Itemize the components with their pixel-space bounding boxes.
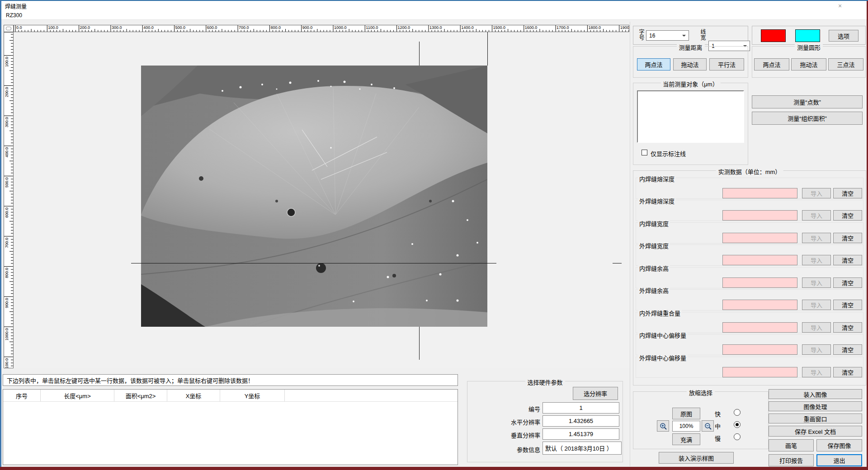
v-resolution-field[interactable]: 1.451379 xyxy=(542,428,619,440)
svg-text:1000.0: 1000.0 xyxy=(334,25,347,30)
speed-medium-radio[interactable] xyxy=(734,421,741,428)
font-size-value: 16 xyxy=(649,33,655,39)
measured-value-field[interactable] xyxy=(722,322,797,333)
hardware-params-title: 选择硬件参数 xyxy=(525,378,565,386)
clear-button[interactable]: 清空 xyxy=(833,322,862,333)
svg-text:900.0: 900.0 xyxy=(5,298,9,308)
measured-value-field[interactable] xyxy=(722,210,797,221)
options-button[interactable]: 选项 xyxy=(829,30,859,42)
speed-slow-label: 慢 xyxy=(715,434,721,442)
clear-button[interactable]: 清空 xyxy=(833,188,862,198)
clear-button[interactable]: 清空 xyxy=(833,233,862,243)
redraw-window-button[interactable]: 重画窗口 xyxy=(769,414,862,423)
select-resolution-button[interactable]: 选分辨率 xyxy=(573,387,618,400)
import-button[interactable]: 导入 xyxy=(802,344,831,355)
import-button[interactable]: 导入 xyxy=(802,188,831,198)
col-length[interactable]: 长度<μm> xyxy=(41,390,114,401)
clear-button[interactable]: 清空 xyxy=(833,255,862,265)
col-x[interactable]: X坐标 xyxy=(167,390,220,401)
import-button[interactable]: 导入 xyxy=(802,210,831,221)
svg-text:900.0: 900.0 xyxy=(302,25,313,30)
svg-text:1200.0: 1200.0 xyxy=(398,25,410,30)
import-button[interactable]: 导入 xyxy=(802,255,831,265)
process-image-button[interactable]: 图像处理 xyxy=(769,401,862,411)
speed-slow-radio[interactable] xyxy=(734,433,741,440)
import-button[interactable]: 导入 xyxy=(802,233,831,243)
load-demo-button[interactable]: 装入演示样图 xyxy=(659,452,734,464)
clear-button[interactable]: 清空 xyxy=(833,300,862,310)
serial-field[interactable]: 1 xyxy=(542,402,619,414)
h-resolution-label: 水平分辨率 xyxy=(500,418,540,426)
measured-row: 内焊缝熔深度 导入 清空 xyxy=(636,178,863,199)
circle-drag-button[interactable]: 拖动法 xyxy=(791,58,826,70)
save-image-button[interactable]: 保存图像 xyxy=(816,439,862,451)
measured-row: 内焊缝中心偏移量 导入 清空 xyxy=(636,334,863,355)
close-icon[interactable]: × xyxy=(832,1,848,11)
col-area[interactable]: 面积<μm2> xyxy=(114,390,167,401)
distance-drag-button[interactable]: 拖动法 xyxy=(673,58,707,70)
measured-value-field[interactable] xyxy=(722,300,797,310)
measured-data-title: 实测数据（单位：mm） xyxy=(716,167,783,176)
measured-value-field[interactable] xyxy=(722,367,797,377)
clear-button[interactable]: 清空 xyxy=(833,210,862,221)
svg-text:1600.0: 1600.0 xyxy=(525,25,538,30)
menu-rz300[interactable]: RZ300 xyxy=(1,12,27,19)
font-size-select[interactable]: 16 xyxy=(646,30,689,41)
zoom-percent-field[interactable]: 100% xyxy=(672,421,700,432)
svg-text:800.0: 800.0 xyxy=(270,25,281,30)
guide-line-vertical-bottom xyxy=(419,327,420,360)
exit-button[interactable]: 退出 xyxy=(816,454,862,466)
distance-parallel-button[interactable]: 平行法 xyxy=(709,58,744,70)
circle-two-point-button[interactable]: 两点法 xyxy=(754,58,789,70)
original-size-button[interactable]: 原图 xyxy=(672,408,700,419)
show-annotation-label: 仅显示标注线 xyxy=(651,149,686,158)
measured-value-field[interactable] xyxy=(722,344,797,355)
col-index[interactable]: 序号 xyxy=(3,390,41,401)
print-report-button[interactable]: 打印报告 xyxy=(769,454,814,466)
import-button[interactable]: 导入 xyxy=(802,300,831,310)
import-button[interactable]: 导入 xyxy=(802,322,831,333)
svg-text:500.0: 500.0 xyxy=(175,25,186,30)
load-image-button[interactable]: 装入图像 xyxy=(769,389,862,399)
col-y[interactable]: Y坐标 xyxy=(220,390,285,401)
current-object-listbox[interactable] xyxy=(637,90,744,143)
fit-button[interactable]: 充满 xyxy=(672,433,700,445)
data-table[interactable]: 序号 长度<μm> 面积<μm2> X坐标 Y坐标 xyxy=(3,389,458,465)
clear-button[interactable]: 清空 xyxy=(833,367,862,377)
speed-fast-label: 快 xyxy=(715,409,721,418)
speed-fast-radio[interactable] xyxy=(734,409,741,416)
measured-value-field[interactable] xyxy=(722,277,797,288)
guide-line-vertical-top xyxy=(419,42,420,66)
measure-points-button[interactable]: 测量“点数” xyxy=(752,95,863,108)
pen-button[interactable]: 画笔 xyxy=(769,439,814,451)
import-button[interactable]: 导入 xyxy=(802,277,831,288)
show-annotation-checkbox[interactable] xyxy=(642,150,647,155)
distance-two-point-button[interactable]: 两点法 xyxy=(637,58,670,70)
primary-color-swatch[interactable] xyxy=(761,29,786,42)
zoom-in-button[interactable] xyxy=(657,420,669,432)
save-excel-button[interactable]: 保存 Excel 文档 xyxy=(769,426,862,437)
measured-value-field[interactable] xyxy=(722,188,797,198)
svg-text:300.0: 300.0 xyxy=(112,25,122,30)
chevron-down-icon xyxy=(682,35,686,38)
title-bar: 焊缝测量 × xyxy=(1,1,867,11)
clear-button[interactable]: 清空 xyxy=(833,344,862,355)
zoom-out-button[interactable] xyxy=(702,420,714,432)
weld-image[interactable] xyxy=(141,66,487,327)
param-info-field[interactable]: 默认（ 2018年3月10日 ） xyxy=(542,442,622,455)
secondary-color-swatch[interactable] xyxy=(795,29,820,42)
svg-text:1300.0: 1300.0 xyxy=(429,25,442,30)
zoom-group: 放缩选择 原图 100% 充满 快 中 慢 xyxy=(633,391,769,449)
clear-button[interactable]: 清空 xyxy=(833,277,862,288)
param-info-label: 参数信息 xyxy=(500,445,540,454)
measure-circle-title: 测量圆形 xyxy=(795,43,823,52)
import-button[interactable]: 导入 xyxy=(802,367,831,377)
svg-text:400.0: 400.0 xyxy=(5,147,9,158)
measured-value-field[interactable] xyxy=(722,255,797,265)
h-resolution-field[interactable]: 1.432665 xyxy=(542,415,619,427)
guide-line-horizontal xyxy=(131,263,496,263)
list-hint-bar: 下边列表中，单击鼠标左键可选中某一行数据，该数据可被导入；单击鼠标右键可删除该数… xyxy=(3,374,458,386)
measured-value-field[interactable] xyxy=(722,233,797,243)
measure-area-button[interactable]: 测量“组织面积” xyxy=(752,112,863,125)
circle-three-point-button[interactable]: 三点法 xyxy=(828,58,863,70)
